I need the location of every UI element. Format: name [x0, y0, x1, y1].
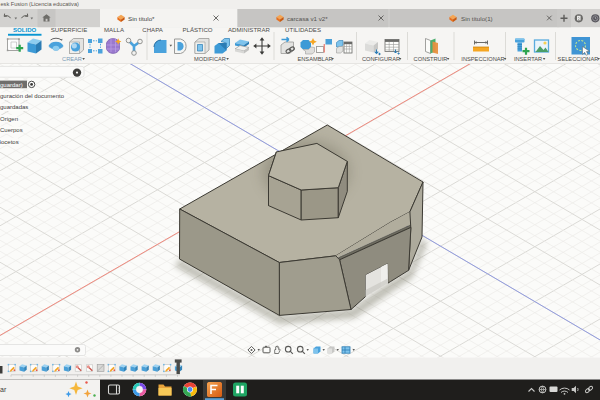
svg-text:Cuerpos: Cuerpos	[0, 127, 23, 133]
svg-text:CHAPA: CHAPA	[142, 26, 163, 33]
svg-text:CREAR: CREAR	[62, 56, 82, 62]
svg-text:guración del documento: guración del documento	[0, 93, 65, 99]
svg-text:CONSTRUIR: CONSTRUIR	[414, 56, 448, 62]
svg-text:SOLIDO: SOLIDO	[13, 26, 37, 33]
svg-text:SELECCIONAR: SELECCIONAR	[558, 56, 599, 62]
svg-text:guardadas: guardadas	[0, 104, 28, 110]
svg-text:Sin título(1): Sin título(1)	[461, 15, 493, 22]
svg-text:SUPERFICIE: SUPERFICIE	[51, 26, 88, 33]
svg-text:MALLA: MALLA	[104, 26, 125, 33]
svg-text:ar: ar	[0, 386, 7, 393]
svg-text:CONFIGURAR: CONFIGURAR	[362, 56, 400, 62]
svg-text:INSERTAR: INSERTAR	[514, 56, 542, 62]
svg-text:carcasa v1 v2*: carcasa v1 v2*	[287, 15, 328, 22]
svg-text:INSPECCIONAR: INSPECCIONAR	[461, 56, 504, 62]
svg-text:ADMINISTRAR: ADMINISTRAR	[228, 26, 271, 33]
svg-text:ENSAMBLAR: ENSAMBLAR	[297, 56, 332, 62]
svg-text:esk Fusion (Licencia educativa: esk Fusion (Licencia educativa)	[1, 1, 79, 7]
svg-text:guardar): guardar)	[0, 82, 23, 88]
svg-text:MODIFICAR: MODIFICAR	[194, 56, 226, 62]
svg-text:UTILIDADES: UTILIDADES	[285, 26, 321, 33]
svg-text:Sin título*: Sin título*	[128, 15, 155, 22]
svg-text:Origen: Origen	[0, 116, 18, 122]
svg-text:Bocetos: Bocetos	[0, 139, 19, 145]
svg-text:PLÁSTICO: PLÁSTICO	[182, 26, 212, 33]
